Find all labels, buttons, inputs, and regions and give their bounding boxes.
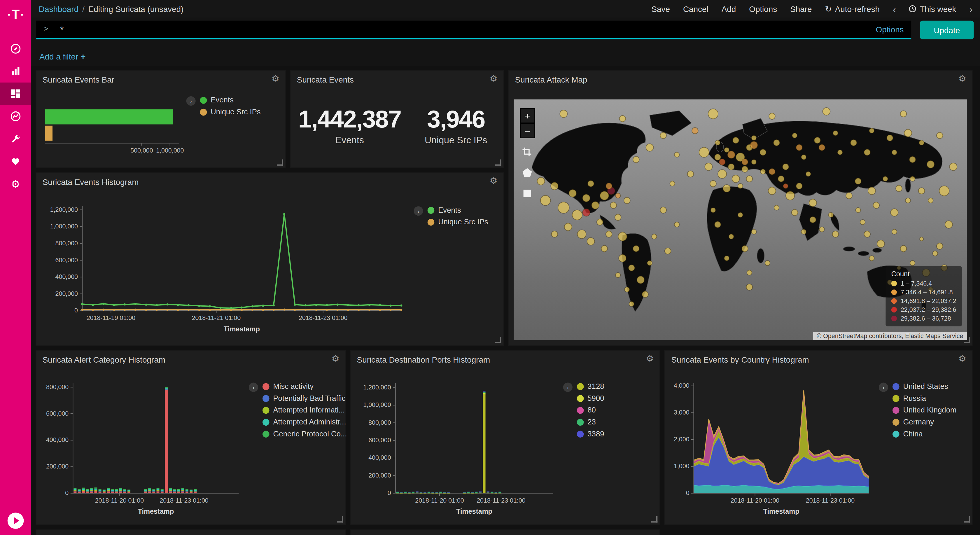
- legend-toggle-icon[interactable]: ›: [249, 382, 258, 392]
- panel-title[interactable]: Suricata Events Bar: [43, 75, 267, 84]
- legend-item[interactable]: 80: [577, 406, 605, 414]
- polygon-tool-icon[interactable]: [520, 166, 534, 179]
- panel-gear-icon[interactable]: ⚙: [646, 353, 654, 363]
- cancel-button[interactable]: Cancel: [683, 4, 708, 13]
- panel-title[interactable]: Suricata Destination Ports Histogram: [357, 355, 642, 365]
- legend-item[interactable]: United Kingdom: [892, 406, 956, 414]
- resize-handle[interactable]: [495, 337, 501, 343]
- legend-toggle-icon[interactable]: ›: [414, 206, 423, 216]
- legend-item[interactable]: 3389: [577, 429, 605, 438]
- logo-letter: T: [12, 7, 19, 22]
- options-button[interactable]: Options: [749, 4, 777, 13]
- resize-handle[interactable]: [337, 516, 343, 522]
- save-button[interactable]: Save: [651, 4, 670, 13]
- legend-swatch-icon: [428, 218, 434, 226]
- panel-gear-icon[interactable]: ⚙: [272, 73, 279, 83]
- svg-text:800,000: 800,000: [368, 419, 391, 426]
- spatial-filter-crop-icon[interactable]: [520, 145, 534, 159]
- panel-title[interactable]: Suricata Events Histogram: [43, 178, 485, 187]
- sidebar-item-discover[interactable]: [0, 38, 31, 60]
- legend-item[interactable]: 7,346.4 – 14,691.8: [891, 289, 956, 296]
- legend-item[interactable]: 1 – 7,346.4: [891, 280, 956, 287]
- panel-title[interactable]: Suricata Events by Country Histogram: [671, 355, 955, 365]
- panel-title[interactable]: Suricata Alert Category Histogram: [43, 355, 328, 365]
- resize-handle[interactable]: [277, 159, 283, 166]
- legend-label: Potentially Bad Traffic: [273, 394, 345, 403]
- map-viewport[interactable]: + − Count 1 – 7,346.47,346.4 – 14,691.81…: [514, 99, 967, 340]
- legend: › Misc activityPotentially Bad TrafficAt…: [249, 382, 347, 438]
- collapse-nav-button[interactable]: [8, 513, 24, 529]
- legend-item[interactable]: China: [892, 429, 956, 438]
- legend-item[interactable]: Unique Src IPs: [200, 108, 261, 116]
- legend-item[interactable]: 29,382.6 – 36,728: [891, 315, 956, 322]
- legend-label: China: [903, 429, 923, 438]
- top-bar: Dashboard / Editing Suricata (unsaved) S…: [31, 0, 980, 18]
- legend-item[interactable]: Generic Protocol Co...: [262, 429, 347, 438]
- time-prev-button[interactable]: ‹: [893, 3, 896, 14]
- destination-ports-chart: 0200,000400,000600,000800,0001,000,0001,…: [353, 378, 559, 517]
- legend-swatch-icon: [892, 419, 899, 426]
- zoom-in-button[interactable]: +: [520, 108, 535, 123]
- panel-gear-icon[interactable]: ⚙: [332, 353, 339, 363]
- legend-item[interactable]: 5900: [577, 394, 605, 403]
- legend-item[interactable]: United States: [892, 382, 956, 391]
- resize-handle[interactable]: [964, 516, 970, 522]
- sidebar-item-monitoring[interactable]: [0, 150, 31, 172]
- panel-title[interactable]: Suricata Attack Map: [515, 75, 955, 84]
- legend-item[interactable]: 3128: [577, 382, 605, 391]
- legend-item[interactable]: 14,691.8 – 22,037.2: [891, 298, 956, 304]
- legend-label: 29,382.6 – 36,728: [900, 315, 951, 322]
- resize-handle[interactable]: [495, 159, 501, 166]
- metric-value: 1,442,387: [291, 106, 409, 133]
- panel-gear-icon[interactable]: ⚙: [490, 176, 498, 186]
- rectangle-tool-icon[interactable]: [520, 186, 534, 200]
- legend-item[interactable]: Events: [200, 96, 261, 104]
- svg-text:600,000: 600,000: [368, 437, 391, 444]
- tmobile-logo[interactable]: T: [0, 0, 31, 29]
- add-button[interactable]: Add: [722, 4, 736, 13]
- zoom-out-button[interactable]: −: [520, 123, 535, 138]
- panel-gear-icon[interactable]: ⚙: [958, 73, 966, 83]
- sidebar-item-visualize[interactable]: [0, 60, 31, 83]
- legend-item[interactable]: Potentially Bad Traffic: [262, 394, 347, 403]
- legend-swatch-icon: [262, 419, 269, 426]
- legend-item[interactable]: 22,037.2 – 29,382.6: [891, 306, 956, 313]
- legend-item[interactable]: Attempted Administr...: [262, 417, 347, 426]
- svg-text:1,000,000: 1,000,000: [50, 223, 78, 230]
- query-bar: >_ Options Update: [31, 19, 980, 41]
- legend-toggle-icon[interactable]: ›: [186, 96, 196, 106]
- legend-item[interactable]: Unique Src IPs: [428, 218, 488, 226]
- legend-swatch-icon: [891, 298, 897, 304]
- sidebar-item-timelion[interactable]: [0, 105, 31, 127]
- legend-label: 22,037.2 – 29,382.6: [900, 306, 956, 313]
- panel-gear-icon[interactable]: ⚙: [490, 73, 498, 83]
- time-next-button[interactable]: ›: [969, 3, 973, 14]
- share-button[interactable]: Share: [790, 4, 812, 13]
- query-input[interactable]: [59, 24, 869, 35]
- legend-swatch-icon: [577, 383, 584, 390]
- breadcrumb-dashboard-link[interactable]: Dashboard: [39, 4, 78, 13]
- query-options-link[interactable]: Options: [876, 25, 904, 34]
- legend-item[interactable]: Misc activity: [262, 382, 347, 391]
- add-filter-link[interactable]: Add a filter +: [40, 51, 86, 61]
- legend-toggle-icon[interactable]: ›: [563, 382, 573, 392]
- map-attribution: © OpenStreetMap contributors, Elastic Ma…: [813, 332, 967, 340]
- timepicker-button[interactable]: This week: [909, 4, 956, 13]
- update-button[interactable]: Update: [920, 21, 974, 39]
- svg-text:4,000: 4,000: [674, 382, 689, 389]
- legend-item[interactable]: Germany: [892, 417, 956, 426]
- sidebar-item-management[interactable]: ⚙: [0, 172, 31, 195]
- sidebar-item-dev-tools[interactable]: [0, 127, 31, 150]
- legend-item[interactable]: 23: [577, 417, 605, 426]
- legend-item[interactable]: Attempted Informati...: [262, 406, 347, 414]
- panel-title[interactable]: Suricata Events: [297, 75, 485, 84]
- panel-gear-icon[interactable]: ⚙: [958, 353, 966, 363]
- auto-refresh-button[interactable]: ↻ Auto-refresh: [825, 4, 880, 13]
- metric-label: Events: [291, 134, 409, 145]
- resize-handle[interactable]: [651, 516, 657, 522]
- legend-swatch-icon: [200, 108, 207, 116]
- legend-item[interactable]: Events: [428, 205, 488, 214]
- legend-item[interactable]: Russia: [892, 394, 956, 403]
- sidebar-item-dashboard[interactable]: [0, 83, 31, 105]
- legend-toggle-icon[interactable]: ›: [879, 382, 888, 392]
